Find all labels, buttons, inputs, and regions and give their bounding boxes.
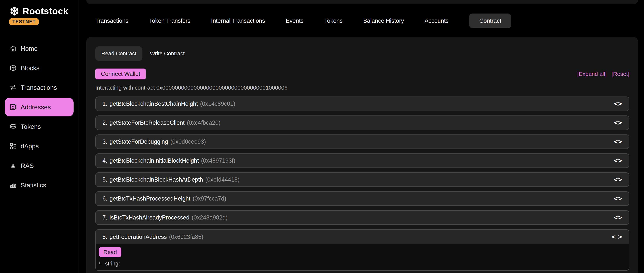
contract-subtabs: Read Contract Write Contract [95,46,185,61]
interacting-with-contract-text: Interacting with contract 0x000000000000… [95,85,288,91]
code-icon[interactable]: <> [614,100,622,107]
code-icon[interactable]: <> [614,195,622,202]
function-row-7[interactable]: 7. isBtcTxHashAlreadyProcessed (0x248a98… [95,210,629,225]
rootstock-logo-icon [9,6,20,17]
contract-panel: Read Contract Write Contract Connect Wal… [86,37,638,273]
statistics-icon [9,181,17,189]
branch-icon [99,261,102,264]
function-name: getBtcBlockchainInitialBlockHeight [110,157,199,164]
function-selector: (0x97fcca7d) [193,195,226,202]
function-number: 2. [102,119,107,126]
code-icon[interactable]: <> [614,138,622,145]
expand-all-link[interactable]: [Expand all] [577,71,607,77]
function-output-line: string: [99,260,120,267]
sidebar-item-label: Tokens [21,123,41,130]
sidebar-item-label: RAS [21,162,34,169]
function-name: getBtcTxHashProcessedHeight [110,195,190,202]
code-icon[interactable]: <> [614,214,622,221]
function-selector: (0xefd44418) [205,176,240,183]
tab-accounts[interactable]: Accounts [425,18,449,24]
function-row-8-expanded: 8. getFederationAddress (0x6923fa85) < >… [95,229,629,271]
function-row-2[interactable]: 2. getStateForBtcReleaseClient (0xc4fbca… [95,115,629,130]
home-icon [9,44,17,53]
subtab-write-contract[interactable]: Write Contract [150,51,185,57]
brand-name: Rootstock [22,6,68,16]
brand-logo[interactable]: Rootstock [9,6,68,17]
sidebar-item-label: Addresses [21,103,51,111]
sidebar-item-transactions[interactable]: Transactions [5,78,74,97]
sidebar-item-blocks[interactable]: Blocks [5,59,74,77]
dapps-icon [9,142,17,150]
address-tabs: Transactions Token Transfers Internal Tr… [95,14,511,28]
sidebar: Rootstock TESTNET Home Blocks [0,0,78,273]
output-type-label: string: [105,260,120,267]
function-number: 4. [102,157,107,164]
function-name: getStateForDebugging [110,138,168,145]
function-number: 8. [102,233,107,240]
function-name: getBtcBlockchainBestChainHeight [110,100,198,107]
tab-transactions[interactable]: Transactions [95,18,128,24]
function-selector: (0x248a982d) [192,214,228,221]
connect-wallet-button[interactable]: Connect Wallet [95,69,146,79]
tab-token-transfers[interactable]: Token Transfers [149,18,190,24]
addresses-icon [9,103,17,111]
sidebar-item-dapps[interactable]: dApps [5,137,74,155]
tab-contract[interactable]: Contract [469,14,511,28]
toolbar-links: [Expand all] [Reset] [577,71,629,77]
sidebar-item-home[interactable]: Home [5,39,74,58]
function-list: 1. getBtcBlockchainBestChainHeight (0x14… [95,97,629,271]
function-row-3[interactable]: 3. getStateForDebugging (0x0d0cee93) <> [95,134,629,149]
code-icon[interactable]: <> [614,157,622,164]
ras-icon [9,161,17,170]
function-selector: (0x14c89c01) [200,100,235,107]
function-number: 5. [102,176,107,183]
function-selector: (0x6923fa85) [169,233,204,240]
code-icon[interactable]: <> [614,119,622,126]
tab-balance-history[interactable]: Balance History [363,18,404,24]
transactions-icon [9,83,17,92]
function-row-6[interactable]: 6. getBtcTxHashProcessedHeight (0x97fcca… [95,191,629,206]
function-selector: (0x0d0cee93) [170,138,206,145]
function-row-4[interactable]: 4. getBtcBlockchainInitialBlockHeight (0… [95,153,629,168]
sidebar-item-label: Transactions [21,84,57,91]
sidebar-item-addresses[interactable]: Addresses [5,98,74,116]
function-number: 6. [102,195,107,202]
function-number: 7. [102,214,107,221]
subtab-read-contract[interactable]: Read Contract [95,46,142,61]
blocks-icon [9,64,17,72]
sidebar-item-ras[interactable]: RAS [5,156,74,175]
function-name: isBtcTxHashAlreadyProcessed [110,214,190,221]
tokens-icon [9,122,17,131]
function-row-8[interactable]: 8. getFederationAddress (0x6923fa85) < > [96,230,629,244]
sidebar-item-label: Home [21,45,38,52]
function-selector: (0x4897193f) [201,157,235,164]
sidebar-item-tokens[interactable]: Tokens [5,117,74,136]
previous-card-edge [86,0,638,4]
function-number: 1. [102,100,107,107]
function-name: getFederationAddress [110,233,167,240]
sidebar-item-label: Blocks [21,64,40,72]
contract-toolbar: Connect Wallet [Expand all] [Reset] [95,69,629,79]
tab-tokens[interactable]: Tokens [324,18,342,24]
tab-internal-transactions[interactable]: Internal Transactions [211,18,265,24]
function-row-8-body: Read string: [96,244,629,270]
function-name: getBtcBlockchainBlockHashAtDepth [110,176,203,183]
code-icon[interactable]: <> [614,176,622,183]
function-selector: (0xc4fbca20) [187,119,220,126]
function-number: 3. [102,138,107,145]
sidebar-item-label: Statistics [21,182,46,189]
read-button[interactable]: Read [99,247,122,257]
sidebar-item-label: dApps [21,143,39,150]
code-icon-expanded[interactable]: < > [612,233,622,240]
sidebar-item-statistics[interactable]: Statistics [5,176,74,194]
function-row-5[interactable]: 5. getBtcBlockchainBlockHashAtDepth (0xe… [95,172,629,187]
function-name: getStateForBtcReleaseClient [110,119,185,126]
sidebar-nav: Home Blocks Transactions [0,39,78,195]
reset-link[interactable]: [Reset] [612,71,629,77]
testnet-badge: TESTNET [9,18,39,25]
tab-events[interactable]: Events [286,18,304,24]
function-row-1[interactable]: 1. getBtcBlockchainBestChainHeight (0x14… [95,97,629,111]
